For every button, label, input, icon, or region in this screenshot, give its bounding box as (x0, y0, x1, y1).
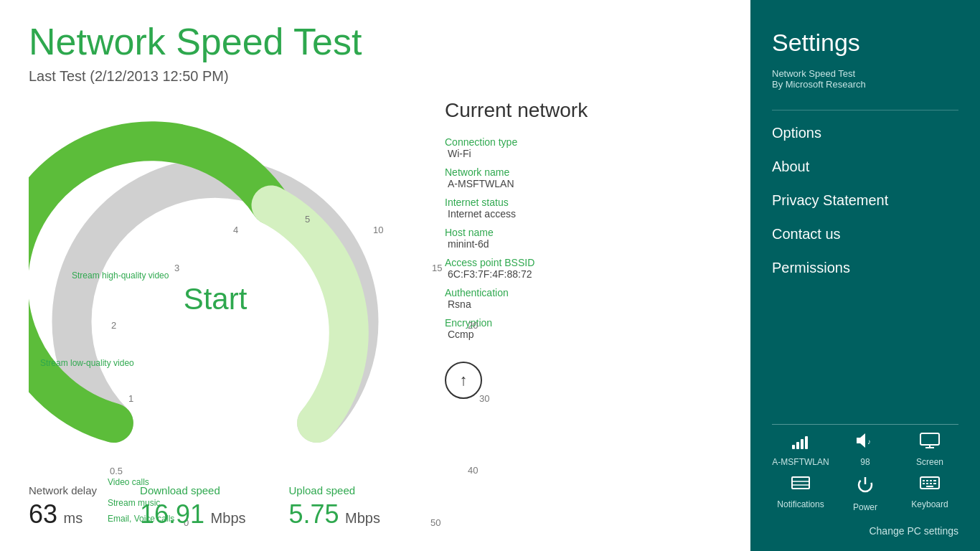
volume-icon: ♪ (855, 432, 875, 454)
host-name-label: Host name (445, 227, 722, 238)
power-icon (855, 474, 875, 499)
app-info: Network Speed Test By Microsoft Research (772, 68, 958, 90)
scale-label-1: 1 (128, 393, 133, 404)
gauge-light-arc (271, 205, 349, 423)
tray-screen[interactable]: Screen (901, 432, 958, 467)
access-point-value: 6C:F3:7F:4F:88:72 (448, 268, 722, 280)
scale-label-20: 20 (468, 320, 478, 331)
svg-rect-20 (926, 483, 928, 484)
main-content: Network Speed Test Last Test (2/12/2013 … (0, 0, 750, 551)
svg-text:♪: ♪ (867, 438, 871, 446)
change-pc-settings[interactable]: Change PC settings (772, 525, 958, 537)
svg-rect-23 (933, 483, 936, 484)
scale-label-4: 4 (233, 225, 238, 235)
stats-row: Network delay 63 ms Download speed 16.91… (29, 484, 507, 529)
svg-rect-0 (792, 445, 795, 449)
keyboard-label: Keyboard (911, 499, 948, 509)
scale-label-10: 10 (373, 225, 383, 235)
scale-label-30: 30 (479, 393, 489, 404)
screen-icon (920, 432, 940, 454)
menu-item-contact[interactable]: Contact us (772, 217, 958, 251)
download-speed-unit: Mbps (211, 510, 246, 526)
menu-item-privacy[interactable]: Privacy Statement (772, 184, 958, 217)
last-test: Last Test (2/12/2013 12:50 PM) (29, 68, 722, 85)
scale-label-15: 15 (432, 263, 442, 273)
tray-wifi[interactable]: A-MSFTWLAN (772, 432, 829, 467)
network-delay-unit: ms (64, 510, 83, 526)
svg-rect-21 (926, 486, 933, 487)
tray-keyboard[interactable]: Keyboard (901, 474, 958, 512)
svg-rect-2 (801, 439, 804, 449)
settings-title: Settings (772, 29, 958, 57)
start-button[interactable]: Start (184, 282, 248, 316)
system-tray: A-MSFTWLAN ♪ 98 Screen (772, 432, 958, 512)
download-speed-label: Download speed (140, 484, 245, 496)
network-name-value: A-MSFTWLAN (448, 178, 722, 189)
upload-speed-value: 5.75 (289, 499, 339, 529)
screen-label: Screen (916, 457, 943, 467)
svg-marker-4 (857, 433, 865, 448)
svg-rect-1 (796, 442, 799, 449)
wifi-label: A-MSFTWLAN (772, 457, 829, 467)
svg-rect-17 (930, 480, 932, 481)
gauge-section: 0 0.5 1 2 3 4 5 10 15 20 30 40 50 Stream… (29, 99, 722, 472)
encryption-value: Ccmp (448, 329, 722, 340)
svg-rect-6 (920, 433, 939, 445)
svg-rect-15 (923, 480, 925, 481)
svg-rect-19 (923, 483, 925, 484)
access-point-label: Access point BSSID (445, 257, 722, 268)
network-title: Current network (445, 99, 722, 122)
menu-item-options[interactable]: Options (772, 116, 958, 150)
wifi-icon (791, 432, 811, 454)
svg-rect-3 (805, 436, 808, 449)
svg-rect-9 (792, 477, 809, 489)
app-title: Network Speed Test (29, 22, 722, 62)
gauge-container: 0 0.5 1 2 3 4 5 10 15 20 30 40 50 Stream… (29, 99, 402, 472)
app-info-by: By Microsoft Research (772, 79, 958, 90)
menu-item-permissions[interactable]: Permissions (772, 251, 958, 285)
authentication-label: Authentication (445, 287, 722, 298)
scale-label-40: 40 (468, 465, 478, 476)
svg-rect-18 (933, 480, 936, 481)
connection-type-label: Connection type (445, 136, 722, 148)
svg-rect-16 (926, 480, 928, 481)
stat-network-delay: Network delay 63 ms (29, 484, 97, 529)
settings-spacer (772, 285, 958, 417)
tray-volume[interactable]: ♪ 98 (837, 432, 894, 467)
menu-item-about[interactable]: About (772, 150, 958, 184)
internet-status-value: Internet access (448, 208, 722, 220)
connection-type-value: Wi-Fi (448, 148, 722, 159)
power-label: Power (853, 502, 877, 512)
network-info: Current network Connection type Wi-Fi Ne… (445, 99, 722, 399)
upload-speed-unit: Mbps (345, 510, 380, 526)
settings-divider-1 (772, 110, 958, 110)
scale-label-05: 0.5 (110, 466, 123, 476)
stat-upload-speed: Upload speed 5.75 Mbps (289, 484, 380, 529)
upload-speed-label: Upload speed (289, 484, 380, 496)
network-delay-value: 63 (29, 499, 57, 529)
settings-panel: Settings Network Speed Test By Microsoft… (750, 0, 980, 551)
label-stream-hq: Stream high-quality video (72, 270, 169, 281)
internet-status-label: Internet status (445, 197, 722, 208)
app-info-name: Network Speed Test (772, 68, 958, 79)
system-tray-divider (772, 424, 958, 425)
volume-label: 98 (860, 457, 870, 467)
scale-label-2: 2 (111, 320, 116, 331)
tray-power[interactable]: Power (837, 474, 894, 512)
host-name-value: minint-6d (448, 238, 722, 250)
stat-download-speed: Download speed 16.91 Mbps (140, 484, 245, 529)
encryption-label: Encryption (445, 317, 722, 329)
label-stream-lq: Stream low-quality video (40, 358, 134, 368)
notifications-label: Notifications (777, 499, 824, 509)
upload-arrow-icon: ↑ (460, 371, 468, 390)
scale-label-3: 3 (174, 263, 179, 273)
download-speed-value: 16.91 (140, 499, 204, 529)
network-name-label: Network name (445, 166, 722, 178)
scale-label-5: 5 (305, 214, 310, 225)
authentication-value: Rsna (448, 298, 722, 310)
keyboard-icon (920, 474, 940, 496)
tray-notifications[interactable]: Notifications (772, 474, 829, 512)
notifications-icon (791, 474, 811, 496)
upload-circle-icon: ↑ (445, 362, 482, 399)
svg-rect-22 (930, 483, 932, 484)
